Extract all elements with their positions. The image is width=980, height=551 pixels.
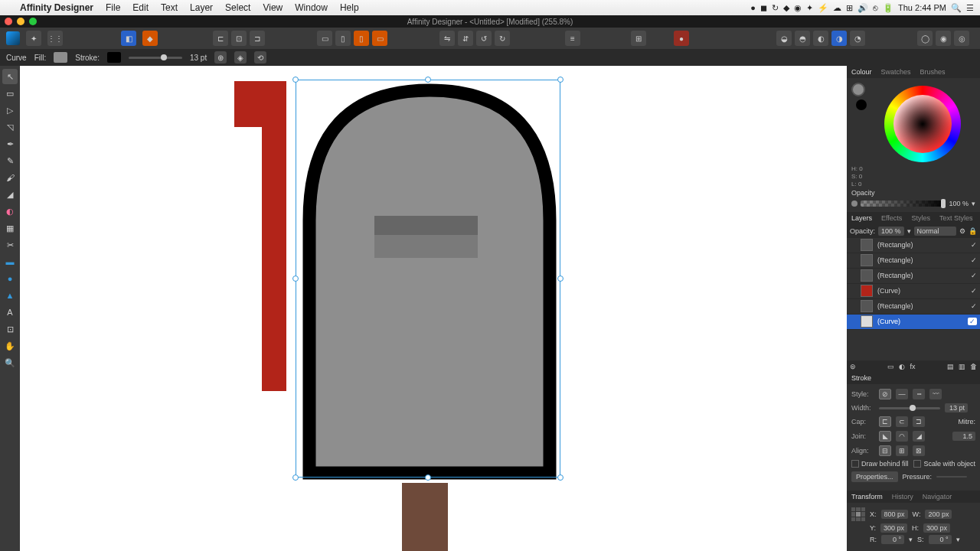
draw-behind-check[interactable]: Draw behind fill <box>851 460 909 468</box>
sel-handle-mr[interactable] <box>557 276 564 282</box>
stroke-swatch[interactable] <box>107 52 121 63</box>
r-field[interactable]: 0 ° <box>881 535 904 544</box>
account-button[interactable]: ◎ <box>954 31 969 46</box>
status-clock[interactable]: Thu 2:44 PM <box>898 3 946 12</box>
s-field[interactable]: 0 ° <box>929 535 952 544</box>
history-tab[interactable]: History <box>887 493 918 500</box>
boolean-subtract-button[interactable]: ◓ <box>795 31 810 46</box>
persona-designer-button[interactable]: ✦ <box>26 31 41 46</box>
align-right-button[interactable]: ⊐ <box>250 31 265 46</box>
w-field[interactable]: 200 px <box>925 510 952 519</box>
align-left-button[interactable]: ⊏ <box>213 31 228 46</box>
brushes-tab[interactable]: Brushes <box>916 68 950 76</box>
layer-lock-icon[interactable]: 🔒 <box>969 227 977 235</box>
place-tool[interactable]: ▦ <box>2 220 18 236</box>
record-button[interactable]: ● <box>674 31 689 46</box>
layer-item[interactable]: (Rectangle)✓ <box>847 269 980 284</box>
properties-button[interactable]: Properties... <box>851 471 898 482</box>
anchor-widget[interactable] <box>851 507 865 521</box>
boolean-divide-button[interactable]: ◔ <box>850 31 865 46</box>
distribute-button[interactable]: ≡ <box>565 31 580 46</box>
brush-tool[interactable]: 🖌 <box>2 170 18 185</box>
grid-button[interactable]: ⊞ <box>631 31 646 46</box>
opacity-dropdown-icon[interactable]: ▾ <box>972 200 975 207</box>
hide-selection-button[interactable]: ◈ <box>234 51 247 64</box>
order-front-button[interactable]: ▭ <box>372 31 387 46</box>
stroke-width-slider[interactable] <box>879 407 940 409</box>
stroke-width-slider[interactable] <box>129 57 182 59</box>
status-diamond-icon[interactable]: ◆ <box>783 3 789 13</box>
stroke-circle[interactable] <box>856 99 867 110</box>
zoom-tool[interactable]: 🔍 <box>2 355 18 370</box>
pressure-curve[interactable] <box>936 476 967 478</box>
opacity-slider[interactable] <box>861 201 946 207</box>
status-cloud-icon[interactable]: ☁ <box>833 3 841 13</box>
stroke-style-brush[interactable]: 〰 <box>929 389 942 399</box>
flip-h-button[interactable]: ⇋ <box>439 31 455 46</box>
sel-handle-ml[interactable] <box>292 276 299 282</box>
corner-tool[interactable]: ◹ <box>2 119 18 135</box>
crop-tool[interactable]: ✂ <box>2 237 18 253</box>
h-field[interactable]: 300 px <box>923 523 950 533</box>
fill-circle[interactable] <box>851 83 865 96</box>
triangle-tool[interactable]: ▲ <box>2 288 18 303</box>
join-round[interactable]: ◠ <box>896 431 908 442</box>
visibility-check[interactable]: ✓ <box>971 272 977 279</box>
sel-handle-tm[interactable] <box>425 77 431 83</box>
hsl-wheel[interactable] <box>884 86 961 162</box>
layer-item[interactable]: (Curve)✓ <box>847 284 980 299</box>
y-field[interactable]: 300 px <box>880 523 907 533</box>
boolean-add-button[interactable]: ◒ <box>776 31 792 46</box>
stroke-style-none[interactable]: ⊘ <box>879 389 891 399</box>
join-bevel[interactable]: ◢ <box>913 431 925 442</box>
delete-layer-icon[interactable]: 🗑 <box>970 363 977 370</box>
status-volume-icon[interactable]: 🔊 <box>858 3 868 13</box>
menu-file[interactable]: File <box>100 2 126 13</box>
menu-view[interactable]: View <box>256 2 289 13</box>
status-square-icon[interactable]: ◼ <box>760 3 767 13</box>
layer-item[interactable]: (Rectangle)✓ <box>847 299 980 315</box>
layer-mask-icon[interactable]: ▭ <box>887 363 894 370</box>
align-center-button[interactable]: ⊡ <box>231 31 247 46</box>
reset-box-button[interactable]: ⟲ <box>254 51 266 64</box>
effects-tab[interactable]: Effects <box>877 214 906 222</box>
status-battery-icon[interactable]: 🔋 <box>883 3 893 13</box>
persona-pixel-button[interactable]: ⋮⋮ <box>47 31 63 46</box>
artboard-tool[interactable]: ▭ <box>2 86 18 101</box>
textstyles-tab[interactable]: Text Styles <box>935 214 978 222</box>
transparency-tool[interactable]: ◐ <box>2 204 18 219</box>
canvas[interactable] <box>20 66 847 551</box>
layer-gear-icon[interactable]: ⚙ <box>959 227 965 235</box>
layer-item[interactable]: (Rectangle)✓ <box>847 238 980 253</box>
menu-select[interactable]: Select <box>219 2 256 13</box>
snap-button[interactable]: ◆ <box>142 31 158 46</box>
status-star-icon[interactable]: ✦ <box>806 3 813 13</box>
rectangle-tool[interactable]: ▬ <box>2 254 18 269</box>
blend-mode-select[interactable]: Normal <box>914 227 956 236</box>
ellipse-tool[interactable]: ● <box>2 271 18 286</box>
sel-handle-tr[interactable] <box>557 77 564 83</box>
align-outside[interactable]: ⊠ <box>913 445 925 456</box>
cap-butt[interactable]: ⊏ <box>879 416 891 427</box>
cap-square[interactable]: ⊐ <box>913 416 925 427</box>
assistant-button[interactable]: ◯ <box>917 31 933 46</box>
visibility-check[interactable]: ✓ <box>971 241 977 249</box>
fill-tool[interactable]: ◢ <box>2 187 18 202</box>
colour-tab[interactable]: Colour <box>847 68 877 76</box>
minimize-button[interactable] <box>17 18 24 25</box>
add-pixel-icon[interactable]: ▥ <box>959 363 965 370</box>
layer-link-icon[interactable]: ⊜ <box>850 363 856 370</box>
menu-layer[interactable]: Layer <box>184 2 219 13</box>
stroke-width-field[interactable]: 13 pt <box>945 403 968 412</box>
scale-with-check[interactable]: Scale with object <box>913 460 975 468</box>
cap-round[interactable]: ⊂ <box>896 416 908 427</box>
menu-window[interactable]: Window <box>289 2 334 13</box>
s-dropdown-icon[interactable]: ▾ <box>956 536 960 543</box>
visibility-check[interactable]: ✓ <box>971 287 977 295</box>
layers-tab[interactable]: Layers <box>847 214 877 222</box>
x-field[interactable]: 800 px <box>881 510 908 519</box>
view-mode-button[interactable]: ◧ <box>121 31 136 46</box>
layer-adjust-icon[interactable]: ◐ <box>899 363 905 370</box>
stroke-style-dash[interactable]: ┅ <box>913 389 925 399</box>
node-tool[interactable]: ▷ <box>2 103 18 118</box>
